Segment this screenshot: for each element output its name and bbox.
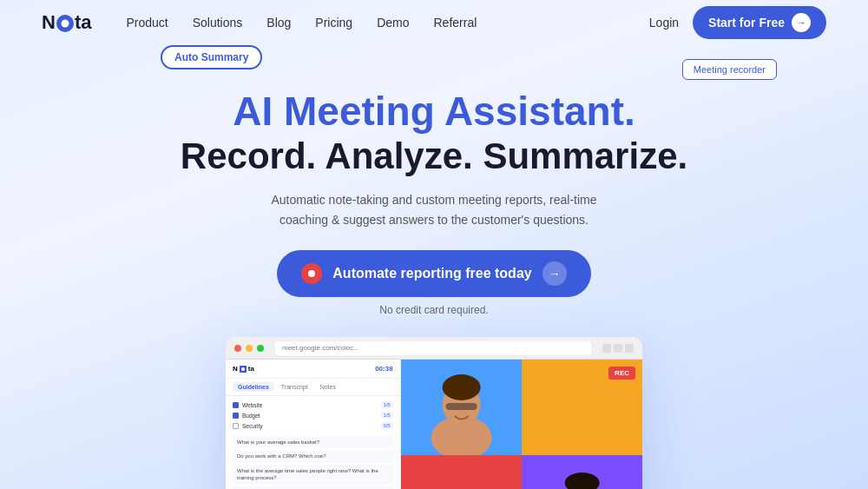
nav-referral[interactable]: Referral: [433, 16, 477, 30]
rec-badge: REC: [608, 367, 635, 380]
app-tabs[interactable]: Guidelines Transcript Notes: [226, 379, 400, 396]
app-checklist: Website 1/5 Budget 1/5 Security 0/5: [226, 396, 400, 434]
person-1-svg: [401, 360, 522, 455]
svg-rect-3: [445, 403, 477, 410]
video-cell-3: [401, 455, 522, 489]
browser-bar: meet.google.com/coloc...: [226, 337, 642, 360]
browser-content: N ta 00:38 Guidelines Transcript Notes: [226, 360, 642, 489]
minimize-icon: [246, 345, 253, 352]
checklist-item-budget: Budget 1/5: [233, 410, 393, 420]
app-header: N ta 00:38: [226, 360, 400, 379]
meeting-recorder-badge[interactable]: Meeting recorder: [682, 59, 777, 80]
nav-links: Product Solutions Blog Pricing Demo Refe…: [126, 15, 648, 30]
tab-notes[interactable]: Notes: [315, 382, 341, 392]
nav-solutions[interactable]: Solutions: [193, 16, 243, 30]
arrow-icon: →: [792, 13, 811, 32]
cta-button[interactable]: Automate reporting free today →: [277, 250, 590, 297]
hero-title: AI Meeting Assistant. Record. Analyze. S…: [181, 89, 687, 178]
login-link[interactable]: Login: [649, 16, 679, 30]
app-logo: N ta: [233, 365, 254, 373]
svg-point-8: [564, 472, 599, 489]
video-cell-1: [401, 360, 522, 455]
tab-guidelines[interactable]: Guidelines: [233, 382, 274, 392]
no-credit-text: No credit card required.: [379, 304, 488, 316]
checkbox-budget[interactable]: [233, 413, 239, 419]
url-bar[interactable]: meet.google.com/coloc...: [275, 341, 591, 355]
hero-title-black: Record. Analyze. Summarize.: [181, 135, 687, 178]
question-4: What are the top deadlines and timelines…: [233, 486, 393, 489]
noota-app-panel: N ta 00:38 Guidelines Transcript Notes: [226, 360, 401, 489]
video-grid: REC: [401, 360, 642, 489]
app-timer: 00:38: [375, 365, 392, 373]
video-cell-4: [522, 455, 642, 489]
hero-subtitle: Automatic note-taking and custom meeting…: [252, 190, 616, 229]
auto-summary-badge[interactable]: Auto Summary: [161, 45, 262, 69]
question-2: Do you work with a CRM? Which one?: [233, 450, 393, 462]
checklist-item-website: Website 1/5: [233, 400, 393, 410]
checklist-item-security: Security 0/5: [233, 420, 393, 431]
nav-product[interactable]: Product: [126, 16, 168, 30]
nav-demo[interactable]: Demo: [377, 16, 409, 30]
checkbox-website[interactable]: [233, 402, 239, 408]
checkbox-security[interactable]: [233, 423, 239, 429]
app-screenshot: meet.google.com/coloc... N: [226, 337, 642, 489]
start-free-button[interactable]: Start for Free →: [693, 6, 826, 39]
nav-right: Login Start for Free →: [649, 6, 826, 39]
navbar: N ta Product Solutions Blog Pricing Demo…: [0, 0, 868, 45]
cta-row: Automate reporting free today → No credi…: [277, 250, 590, 316]
maximize-icon: [257, 345, 264, 352]
cta-arrow-icon: →: [542, 261, 567, 286]
browser-window: meet.google.com/coloc... N: [226, 337, 642, 489]
question-1: What is your average sales basket?: [233, 436, 393, 448]
questions-section: What is your average sales basket? Do yo…: [226, 434, 400, 489]
hero-section: Auto Summary Meeting recorder AI Meeting…: [0, 45, 868, 489]
close-icon: [234, 345, 241, 352]
hero-title-blue: AI Meeting Assistant.: [181, 89, 687, 135]
svg-point-2: [442, 374, 480, 400]
nav-pricing[interactable]: Pricing: [315, 16, 352, 30]
question-3: What is the average time sales people ri…: [233, 465, 393, 485]
person-2-svg: [522, 455, 642, 489]
record-icon: [301, 263, 322, 284]
logo[interactable]: N ta: [42, 11, 91, 34]
tab-transcript[interactable]: Transcript: [276, 382, 313, 392]
nav-blog[interactable]: Blog: [266, 16, 291, 30]
